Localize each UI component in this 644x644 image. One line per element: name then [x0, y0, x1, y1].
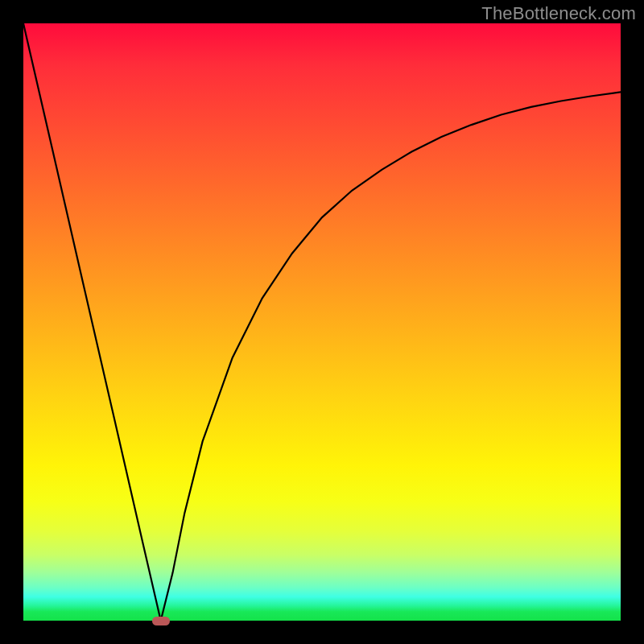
chart-svg [23, 23, 621, 621]
bottleneck-curve-path [23, 23, 621, 621]
min-marker [152, 617, 170, 625]
plot-area [23, 23, 621, 621]
watermark-text: TheBottleneck.com [481, 3, 636, 24]
